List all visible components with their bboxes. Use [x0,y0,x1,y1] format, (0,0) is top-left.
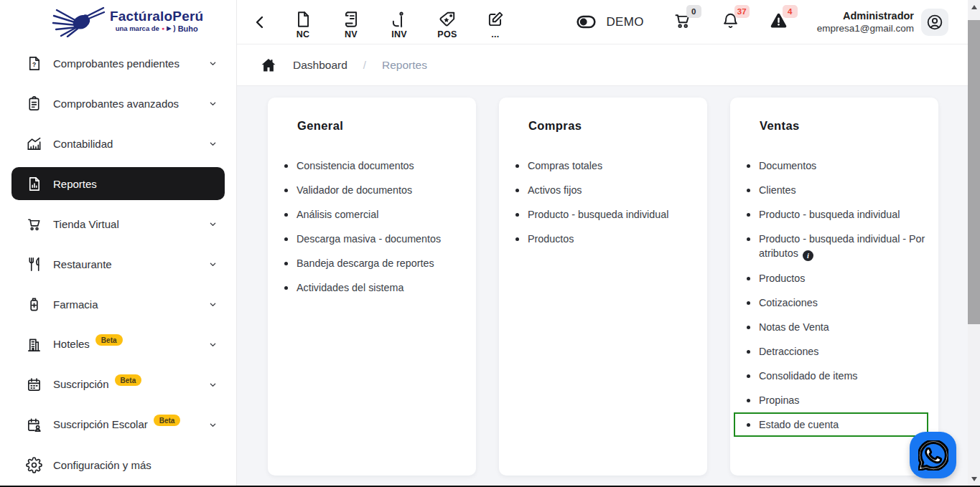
report-cards: GeneralConsistencia documentosValidador … [237,86,980,476]
chevron-down-icon [207,259,218,270]
sidebar-item-suscripcion-escolar[interactable]: Suscripción EscolarBeta [0,405,236,445]
sidebar-item-configuracion-y-mas[interactable]: Configuración y más [0,445,236,485]
report-link-producto-busqueda-individual-por-atributos[interactable]: Producto - busqueda individual - Por atr… [730,227,938,266]
report-link-propinas[interactable]: Propinas [730,388,938,412]
report-link-compras-totales[interactable]: Compras totales [499,153,707,178]
report-link-label: Bandeja descarga de reportes [297,256,434,270]
report-link-label: Compras totales [528,159,602,173]
report-link-productos[interactable]: Productos [730,266,938,290]
quick-action-more[interactable]: ... [480,5,511,39]
whatsapp-button[interactable] [910,432,956,478]
info-icon[interactable]: i [803,250,813,261]
report-link-consolidado-de-items[interactable]: Consolidado de items [730,364,938,388]
sidebar-item-label: SuscripciónBeta [53,378,141,392]
user-avatar-button[interactable] [921,9,948,36]
card-title: Ventas [760,119,938,133]
sidebar-item-comprobantes-pendientes[interactable]: ?Comprobantes pendientes [0,43,236,83]
brand-text: FactúraloPerú una marca de ●▶) Buho [110,9,203,33]
demo-mode-toggle[interactable]: DEMO [573,11,644,32]
pos-tag-icon [438,10,457,29]
quick-action-nc[interactable]: NC [287,5,319,39]
user-info: Administrador empresa1@gmail.com [817,10,914,34]
cart-count-badge: 0 [686,5,701,18]
sidebar-item-suscripcion[interactable]: SuscripciónBeta [0,364,236,405]
sidebar: FactúraloPerú una marca de ●▶) Buho ?Com… [0,0,237,486]
bullet-icon [747,164,750,168]
report-link-producto-busqueda-individual[interactable]: Producto - busqueda individual [730,202,938,227]
credit-note-icon [294,10,312,29]
whatsapp-icon [918,440,948,471]
accounting-chart-icon [26,136,42,152]
main-area: NCNVINVPOS... DEMO 0 [237,0,980,486]
edit-icon [486,10,505,29]
report-link-cotizaciones[interactable]: Cotizaciones [730,290,938,315]
scrollbar-down-arrow[interactable] [968,473,980,485]
report-link-descarga-masiva-documentos[interactable]: Descarga masiva - documentos [268,227,476,251]
chevron-down-icon [207,299,218,310]
collapse-sidebar-button[interactable] [251,14,269,31]
bullet-icon [515,237,519,241]
report-link-activos-fijos[interactable]: Activos fijos [499,178,707,202]
app-logo[interactable]: FactúraloPerú una marca de ●▶) Buho [52,0,236,42]
breadcrumb-item-dashboard[interactable]: Dashboard [293,59,347,72]
topbar: NCNVINVPOS... DEMO 0 [237,0,980,44]
bullet-icon [747,301,750,305]
bullet-icon [747,399,750,402]
user-name: Administrador [817,10,914,22]
sidebar-item-label: Farmacia [53,298,98,311]
buho-mark-play-icon: ▶ [167,25,171,32]
report-link-validador-de-documentos[interactable]: Validador de documentos [268,178,476,202]
report-link-productos[interactable]: Productos [499,227,707,251]
bullet-icon [747,277,750,280]
page-scrollbar[interactable] [968,0,980,486]
report-link-label: Activos fijos [528,183,582,197]
report-link-actividades-del-sistema[interactable]: Actividades del sistema [268,275,476,300]
report-link-clientes[interactable]: Clientes [730,178,938,202]
report-link-label: Consolidado de items [759,369,858,383]
report-link-analisis-comercial[interactable]: Análisis comercial [268,202,476,227]
scrollbar-up-arrow[interactable] [968,1,980,13]
brand-tagline: una marca de ●▶) Buho [110,24,203,33]
quick-action-nv[interactable]: NV [335,5,367,39]
sidebar-item-restaurante[interactable]: Restaurante [0,244,236,284]
report-link-consistencia-documentos[interactable]: Consistencia documentos [268,153,476,178]
bullet-icon [284,189,288,192]
brand-name: FactúraloPerú [110,9,203,24]
sidebar-item-label: Comprobantes pendientes [53,57,179,70]
quick-action-pos[interactable]: POS [431,5,463,39]
chevron-down-icon [207,219,218,230]
sidebar-item-comprobantes-avanzados[interactable]: Comprobantes avanzados [0,83,236,123]
calendar-icon [26,377,42,393]
report-link-documentos[interactable]: Documentos [730,153,938,178]
sidebar-item-farmacia[interactable]: Farmacia [0,284,236,324]
scrollbar-thumb[interactable] [968,20,980,324]
report-link-detracciones[interactable]: Detracciones [730,339,938,364]
beta-badge: Beta [95,334,123,346]
user-area: Administrador empresa1@gmail.com [817,9,948,36]
report-link-label: Productos [528,232,574,246]
alerts-button[interactable]: 4 [769,11,788,33]
breadcrumb: Dashboard / Reportes [237,44,980,86]
sidebar-item-reportes[interactable]: Reportes [11,167,225,200]
report-link-producto-busqueda-individual[interactable]: Producto - busqueda individual [499,202,707,227]
bullet-icon [515,189,519,192]
report-link-estado-de-cuenta[interactable]: Estado de cuenta [734,412,928,437]
report-link-label: Estado de cuenta [759,417,839,432]
home-icon[interactable] [260,57,277,74]
report-link-notas-de-venta[interactable]: Notas de Venta [730,315,938,339]
card-general: GeneralConsistencia documentosValidador … [268,98,476,476]
notifications-button[interactable]: 37 [721,11,740,33]
bullet-icon [747,423,750,427]
cart-button[interactable]: 0 [673,11,692,33]
report-link-label: Cotizaciones [759,295,818,310]
card-report-list: Consistencia documentosValidador de docu… [268,153,476,300]
sidebar-item-tienda-virtual[interactable]: Tienda Virtual [0,204,236,244]
sidebar-item-contabilidad[interactable]: Contabilidad [0,123,236,164]
report-link-bandeja-descarga-de-reportes[interactable]: Bandeja descarga de reportes [268,251,476,275]
report-link-label: Notas de Venta [759,320,829,334]
sidebar-item-label: Suscripción EscolarBeta [53,418,180,432]
sidebar-item-hoteles[interactable]: HotelesBeta [0,324,236,364]
report-link-label: Descarga masiva - documentos [297,232,441,246]
breadcrumb-separator: / [363,59,366,71]
quick-action-inv[interactable]: INV [383,5,415,39]
